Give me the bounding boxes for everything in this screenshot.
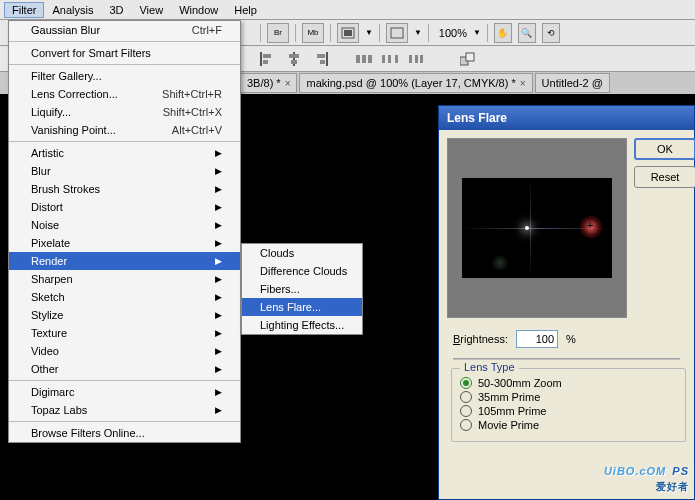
- radio-icon: [460, 377, 472, 389]
- menu-digimarc[interactable]: Digimarc▶: [9, 383, 240, 401]
- separator: [330, 24, 331, 42]
- menu-view[interactable]: View: [131, 2, 171, 18]
- dropdown-icon: ▼: [473, 28, 481, 37]
- menu-pixelate[interactable]: Pixelate▶: [9, 234, 240, 252]
- menu-last-filter[interactable]: Gaussian BlurCtrl+F: [9, 21, 240, 39]
- preview-box[interactable]: [447, 138, 627, 318]
- menubar: Filter Analysis 3D View Window Help: [0, 0, 695, 20]
- svg-rect-9: [326, 52, 328, 66]
- dropdown-icon: ▼: [365, 28, 373, 37]
- svg-rect-12: [356, 55, 360, 63]
- zoom-level[interactable]: 100%: [439, 27, 467, 39]
- preview-image[interactable]: [462, 178, 612, 278]
- menu-window[interactable]: Window: [171, 2, 226, 18]
- menu-analysis[interactable]: Analysis: [44, 2, 101, 18]
- flare-center-crosshair[interactable]: [580, 216, 602, 238]
- submenu-arrow-icon: ▶: [215, 274, 222, 284]
- distribute-h1-icon[interactable]: [356, 52, 372, 66]
- menu-lens-correction[interactable]: Lens Correction...Shift+Ctrl+R: [9, 85, 240, 103]
- viewextras-button[interactable]: [386, 23, 408, 43]
- submenu-arrow-icon: ▶: [215, 148, 222, 158]
- close-icon[interactable]: ×: [285, 78, 291, 89]
- radio-icon: [460, 419, 472, 431]
- doc-tab[interactable]: Untitled-2 @: [535, 73, 610, 93]
- menu-stylize[interactable]: Stylize▶: [9, 306, 240, 324]
- brightness-slider[interactable]: [453, 358, 680, 360]
- menu-sketch[interactable]: Sketch▶: [9, 288, 240, 306]
- filter-menu-dropdown: Gaussian BlurCtrl+F Convert for Smart Fi…: [8, 20, 241, 443]
- distribute-h2-icon[interactable]: [382, 52, 398, 66]
- svg-rect-3: [260, 52, 262, 66]
- doc-tab[interactable]: making.psd @ 100% (Layer 17, CMYK/8) *×: [299, 73, 532, 93]
- submenu-arrow-icon: ▶: [215, 256, 222, 266]
- submenu-arrow-icon: ▶: [215, 202, 222, 212]
- align-right-icon[interactable]: [312, 52, 328, 66]
- radio-35mm[interactable]: 35mm Prime: [460, 391, 677, 403]
- menu-sharpen[interactable]: Sharpen▶: [9, 270, 240, 288]
- rotate-tool-icon[interactable]: ⟲: [542, 23, 560, 43]
- brightness-input[interactable]: [516, 330, 558, 348]
- menu-noise[interactable]: Noise▶: [9, 216, 240, 234]
- submenu-arrow-icon: ▶: [215, 346, 222, 356]
- radio-movie[interactable]: Movie Prime: [460, 419, 677, 431]
- svg-rect-14: [368, 55, 372, 63]
- menu-vanishing-point[interactable]: Vanishing Point...Alt+Ctrl+V: [9, 121, 240, 139]
- menu-other[interactable]: Other▶: [9, 360, 240, 378]
- dialog-titlebar[interactable]: Lens Flare: [439, 106, 694, 130]
- svg-rect-1: [344, 30, 352, 36]
- zoom-tool-icon[interactable]: 🔍: [518, 23, 536, 43]
- menu-distort[interactable]: Distort▶: [9, 198, 240, 216]
- submenu-lens-flare[interactable]: Lens Flare...: [242, 298, 362, 316]
- svg-rect-8: [291, 60, 297, 64]
- percent-label: %: [566, 333, 576, 345]
- menu-browse-filters[interactable]: Browse Filters Online...: [9, 424, 240, 442]
- menu-topaz[interactable]: Topaz Labs▶: [9, 401, 240, 419]
- submenu-arrow-icon: ▶: [215, 364, 222, 374]
- menu-3d[interactable]: 3D: [101, 2, 131, 18]
- menu-brush-strokes[interactable]: Brush Strokes▶: [9, 180, 240, 198]
- distribute-h3-icon[interactable]: [408, 52, 424, 66]
- align-left-icon[interactable]: [260, 52, 276, 66]
- lens-type-legend: Lens Type: [460, 361, 519, 373]
- submenu-difference-clouds[interactable]: Difference Clouds: [242, 262, 362, 280]
- menu-filter-gallery[interactable]: Filter Gallery...: [9, 67, 240, 85]
- lens-flare-dialog: Lens Flare OK Reset Brightness: % Lens T…: [438, 105, 695, 500]
- menu-texture[interactable]: Texture▶: [9, 324, 240, 342]
- submenu-arrow-icon: ▶: [215, 220, 222, 230]
- menu-filter[interactable]: Filter: [4, 2, 44, 18]
- menu-render[interactable]: Render▶: [9, 252, 240, 270]
- separator: [379, 24, 380, 42]
- submenu-arrow-icon: ▶: [215, 292, 222, 302]
- menu-convert-smart[interactable]: Convert for Smart Filters: [9, 44, 240, 62]
- menu-video[interactable]: Video▶: [9, 342, 240, 360]
- menu-blur[interactable]: Blur▶: [9, 162, 240, 180]
- doc-tab[interactable]: 3B/8) *×: [240, 73, 297, 93]
- screenmode-button[interactable]: [337, 23, 359, 43]
- separator: [487, 24, 488, 42]
- bridge-button[interactable]: Br: [267, 23, 289, 43]
- svg-rect-11: [320, 60, 325, 64]
- submenu-clouds[interactable]: Clouds: [242, 244, 362, 262]
- radio-50-300mm[interactable]: 50-300mm Zoom: [460, 377, 677, 389]
- align-center-h-icon[interactable]: [286, 52, 302, 66]
- svg-rect-19: [415, 55, 418, 63]
- auto-align-icon[interactable]: [460, 51, 480, 67]
- hand-tool-icon[interactable]: ✋: [494, 23, 512, 43]
- submenu-lighting-effects[interactable]: Lighting Effects...: [242, 316, 362, 334]
- svg-rect-10: [317, 54, 325, 58]
- submenu-arrow-icon: ▶: [215, 405, 222, 415]
- watermark: UiBO.cOM PS 爱好者: [604, 459, 689, 494]
- menu-liquify[interactable]: Liquify...Shift+Ctrl+X: [9, 103, 240, 121]
- svg-rect-22: [466, 53, 474, 61]
- menu-help[interactable]: Help: [226, 2, 265, 18]
- close-icon[interactable]: ×: [520, 78, 526, 89]
- submenu-fibers[interactable]: Fibers...: [242, 280, 362, 298]
- ok-button[interactable]: OK: [634, 138, 695, 160]
- reset-button[interactable]: Reset: [634, 166, 695, 188]
- menu-artistic[interactable]: Artistic▶: [9, 144, 240, 162]
- separator: [428, 24, 429, 42]
- submenu-arrow-icon: ▶: [215, 328, 222, 338]
- submenu-arrow-icon: ▶: [215, 387, 222, 397]
- radio-105mm[interactable]: 105mm Prime: [460, 405, 677, 417]
- minibridge-button[interactable]: Mb: [302, 23, 324, 43]
